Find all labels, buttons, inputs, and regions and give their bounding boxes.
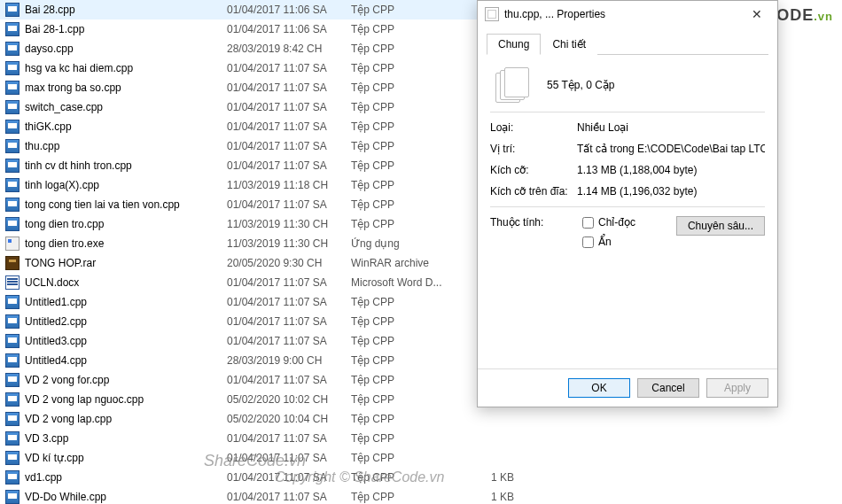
dialog-title: thu.cpp, ... Properties [504, 8, 742, 20]
file-name: switch_case.cpp [25, 101, 103, 113]
file-name: tinh loga(X).cpp [25, 179, 99, 191]
file-row[interactable]: switch_case.cpp01/04/2017 11:07 SATệp CP… [0, 97, 523, 117]
label-location: Vị trí: [490, 143, 577, 155]
file-type: Tệp CPP [351, 432, 466, 445]
file-type: Tệp CPP [351, 81, 466, 94]
file-date: 11/03/2019 11:30 CH [227, 218, 351, 230]
file-row[interactable]: VD 2 vong lap.cpp05/02/2020 10:04 CHTệp … [0, 409, 523, 429]
file-icon [5, 159, 19, 173]
file-type: Tệp CPP [351, 335, 466, 347]
file-row[interactable]: max trong ba so.cpp01/04/2017 11:07 SATệ… [0, 78, 523, 97]
file-name: hsg va kc hai diem.cpp [25, 62, 133, 74]
file-type: Tệp CPP [351, 23, 466, 35]
file-date: 01/04/2017 11:07 SA [227, 276, 351, 289]
label-size: Kích cỡ: [490, 164, 577, 176]
file-row[interactable]: tong dien tro.exe11/03/2019 11:30 CHỨng … [0, 234, 523, 253]
file-row[interactable]: thiGK.cpp01/04/2017 11:07 SATệp CPP [0, 117, 523, 136]
file-type: Tệp CPP [351, 315, 466, 328]
file-type: Tệp CPP [351, 354, 466, 367]
file-icon [5, 100, 19, 114]
file-type: Tệp CPP [351, 218, 466, 230]
file-row[interactable]: tinh loga(X).cpp11/03/2019 11:18 CHTệp C… [0, 175, 523, 195]
file-list: Bai 28.cpp01/04/2017 11:06 SATệp CPP1 KB… [0, 0, 523, 504]
file-name: VD 3.cpp [25, 432, 68, 445]
file-date: 01/04/2017 11:07 SA [227, 432, 351, 445]
file-date: 05/02/2020 10:04 CH [227, 413, 351, 425]
file-icon [5, 198, 19, 212]
file-row[interactable]: tong dien tro.cpp11/03/2019 11:30 CHTệp … [0, 214, 523, 234]
checkbox-hidden[interactable]: Ẩn [582, 236, 635, 248]
file-date: 28/03/2019 9:00 CH [227, 354, 351, 367]
file-row[interactable]: Untitled4.cpp28/03/2019 9:00 CHTệp CPP [0, 351, 523, 370]
file-row[interactable]: VD kí tự.cpp01/04/2017 11:07 SATệp CPP [0, 448, 523, 468]
file-row[interactable]: TONG HOP.rar20/05/2020 9:30 CHWinRAR arc… [0, 253, 523, 273]
file-row[interactable]: UCLN.docx01/04/2017 11:07 SAMicrosoft Wo… [0, 273, 523, 292]
file-name: Untitled1.cpp [25, 296, 87, 308]
file-icon [5, 490, 19, 504]
file-name: max trong ba so.cpp [25, 81, 121, 94]
ok-button[interactable]: OK [568, 378, 630, 398]
label-attributes: Thuộc tính: [490, 216, 577, 229]
file-row[interactable]: Untitled1.cpp01/04/2017 11:07 SATệp CPP [0, 292, 523, 312]
cancel-button[interactable]: Cancel [637, 378, 699, 398]
file-row[interactable]: tinh cv dt hinh tron.cpp01/04/2017 11:07… [0, 156, 523, 175]
file-row[interactable]: thu.cpp01/04/2017 11:07 SATệp CPP [0, 136, 523, 156]
close-button[interactable]: ✕ [742, 4, 772, 24]
file-name: VD 2 vong lap nguoc.cpp [25, 393, 144, 406]
checkbox-hidden-input[interactable] [582, 236, 594, 248]
file-name: tong dien tro.cpp [25, 218, 104, 230]
file-name: tinh cv dt hinh tron.cpp [25, 159, 132, 172]
file-icon [5, 81, 19, 95]
file-row[interactable]: Untitled3.cpp01/04/2017 11:07 SATệp CPP [0, 331, 523, 351]
file-stack-icon [495, 67, 531, 103]
file-row[interactable]: VD 2 vong for.cpp01/04/2017 11:07 SATệp … [0, 370, 523, 390]
tab-details[interactable]: Chi tiết [541, 34, 597, 55]
file-icon [5, 373, 19, 387]
file-row[interactable]: VD 2 vong lap nguoc.cpp05/02/2020 10:02 … [0, 390, 523, 409]
file-row[interactable]: hsg va kc hai diem.cpp01/04/2017 11:07 S… [0, 58, 523, 78]
file-row[interactable]: vd1.cpp01/04/2017 11:07 SATệp CPP1 KB [0, 468, 523, 487]
file-type: Microsoft Word D... [351, 276, 466, 289]
apply-button[interactable]: Apply [706, 378, 768, 398]
file-icon [5, 314, 19, 329]
file-type: Tệp CPP [351, 159, 466, 172]
file-type: Tệp CPP [351, 43, 466, 55]
file-type: Tệp CPP [351, 120, 466, 133]
file-icon [5, 334, 19, 348]
tab-general[interactable]: Chung [487, 34, 541, 55]
file-row[interactable]: dayso.cpp28/03/2019 8:42 CHTệp CPP [0, 39, 523, 58]
file-size: 1 KB [466, 491, 519, 503]
file-name: Untitled4.cpp [25, 354, 87, 367]
file-row[interactable]: VD-Do While.cpp01/04/2017 11:07 SATệp CP… [0, 487, 523, 504]
file-date: 01/04/2017 11:07 SA [227, 491, 351, 503]
file-type: Tệp CPP [351, 62, 466, 74]
file-type: Ứng dụng [351, 237, 466, 250]
file-name: UCLN.docx [25, 276, 79, 289]
file-name: Untitled2.cpp [25, 315, 87, 328]
file-type: Tệp CPP [351, 413, 466, 425]
file-type: Tệp CPP [351, 374, 466, 386]
file-row[interactable]: Bai 28-1.cpp01/04/2017 11:06 SATệp CPP [0, 19, 523, 39]
file-row[interactable]: tong cong tien lai va tien von.cpp01/04/… [0, 195, 523, 214]
file-type: Tệp CPP [351, 101, 466, 113]
file-icon [5, 42, 19, 56]
file-type: Tệp CPP [351, 140, 466, 152]
file-row[interactable]: Bai 28.cpp01/04/2017 11:06 SATệp CPP1 KB [0, 0, 523, 19]
file-name: tong cong tien lai va tien von.cpp [25, 198, 180, 211]
file-icon [5, 392, 19, 407]
file-date: 01/04/2017 11:07 SA [227, 296, 351, 308]
file-name: dayso.cpp [25, 43, 74, 55]
file-date: 20/05/2020 9:30 CH [227, 257, 351, 269]
file-type: WinRAR archive [351, 257, 466, 269]
checkbox-readonly[interactable]: Chỉ-đọc [582, 216, 635, 229]
label-type: Loại: [490, 121, 577, 134]
file-date: 01/04/2017 11:07 SA [227, 452, 351, 464]
properties-dialog: thu.cpp, ... Properties ✕ Chung Chi tiết… [477, 0, 778, 407]
checkbox-readonly-input[interactable] [582, 217, 594, 229]
advanced-button[interactable]: Chuyên sâu... [676, 216, 765, 236]
file-icon [5, 295, 19, 309]
dialog-titlebar[interactable]: thu.cpp, ... Properties ✕ [478, 1, 777, 27]
file-icon [5, 236, 19, 251]
file-row[interactable]: Untitled2.cpp01/04/2017 11:07 SATệp CPP [0, 312, 523, 331]
file-row[interactable]: VD 3.cpp01/04/2017 11:07 SATệp CPP [0, 429, 523, 448]
